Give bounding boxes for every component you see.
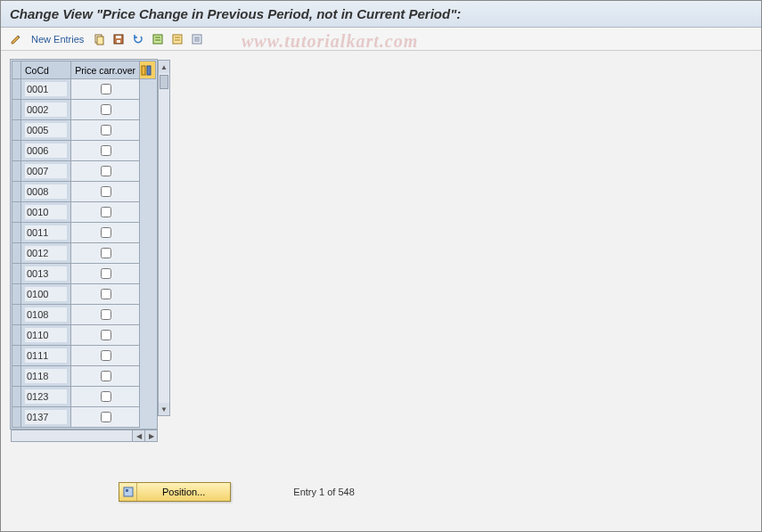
- cocd-input[interactable]: [25, 287, 67, 301]
- carryover-cell[interactable]: [71, 161, 140, 182]
- cocd-input[interactable]: [25, 266, 67, 281]
- horizontal-scrollbar[interactable]: ◀ ▶: [11, 430, 158, 442]
- scroll-left-icon[interactable]: ◀: [132, 430, 144, 441]
- carryover-cell[interactable]: [71, 100, 140, 120]
- carryover-cell[interactable]: [71, 79, 140, 100]
- cocd-cell[interactable]: [21, 264, 71, 284]
- scroll-track[interactable]: [159, 73, 169, 403]
- carryover-cell[interactable]: [71, 141, 140, 161]
- deselect-all-icon[interactable]: [169, 31, 185, 47]
- carryover-cell[interactable]: [71, 120, 140, 141]
- scroll-thumb[interactable]: [160, 75, 168, 89]
- new-entries-button[interactable]: New Entries: [28, 34, 87, 45]
- carryover-cell[interactable]: [71, 264, 140, 284]
- cocd-cell[interactable]: [21, 182, 71, 202]
- column-header-carryover[interactable]: Price carr.over: [71, 61, 140, 79]
- row-selector[interactable]: [12, 120, 21, 141]
- cocd-cell[interactable]: [21, 325, 71, 346]
- cocd-cell[interactable]: [21, 161, 71, 182]
- row-selector[interactable]: [12, 223, 21, 243]
- select-all-icon[interactable]: [150, 31, 166, 47]
- cocd-input[interactable]: [25, 328, 67, 342]
- row-selector[interactable]: [12, 407, 21, 428]
- carryover-checkbox[interactable]: [101, 391, 111, 402]
- cocd-cell[interactable]: [21, 346, 71, 366]
- row-selector[interactable]: [12, 264, 21, 284]
- cocd-input[interactable]: [25, 369, 67, 383]
- carryover-cell[interactable]: [71, 202, 140, 223]
- carryover-cell[interactable]: [71, 407, 140, 428]
- cocd-cell[interactable]: [21, 100, 71, 120]
- change-icon[interactable]: [8, 31, 24, 47]
- cocd-cell[interactable]: [21, 387, 71, 407]
- vertical-scrollbar[interactable]: ▲ ▼: [158, 60, 170, 416]
- row-selector[interactable]: [12, 161, 21, 182]
- carryover-checkbox[interactable]: [101, 289, 111, 299]
- cocd-input[interactable]: [25, 205, 67, 219]
- row-selector[interactable]: [12, 346, 21, 366]
- carryover-checkbox[interactable]: [101, 309, 111, 320]
- row-selector[interactable]: [12, 79, 21, 100]
- cocd-input[interactable]: [25, 82, 67, 96]
- carryover-checkbox[interactable]: [101, 371, 111, 381]
- carryover-checkbox[interactable]: [101, 125, 111, 135]
- cocd-cell[interactable]: [21, 79, 71, 100]
- row-selector[interactable]: [12, 366, 21, 387]
- cocd-cell[interactable]: [21, 284, 71, 305]
- scroll-up-icon[interactable]: ▲: [159, 61, 169, 73]
- config-icon[interactable]: [189, 31, 205, 47]
- carryover-cell[interactable]: [71, 284, 140, 305]
- carryover-checkbox[interactable]: [101, 207, 111, 217]
- copy-icon[interactable]: [91, 31, 107, 47]
- cocd-input[interactable]: [25, 102, 67, 117]
- row-selector[interactable]: [12, 387, 21, 407]
- cocd-input[interactable]: [25, 307, 67, 322]
- cocd-cell[interactable]: [21, 120, 71, 141]
- cocd-input[interactable]: [25, 143, 67, 158]
- carryover-cell[interactable]: [71, 325, 140, 346]
- cocd-input[interactable]: [25, 348, 67, 363]
- cocd-input[interactable]: [25, 389, 67, 404]
- carryover-checkbox[interactable]: [101, 166, 111, 176]
- cocd-input[interactable]: [25, 246, 67, 260]
- row-selector[interactable]: [12, 141, 21, 161]
- carryover-checkbox[interactable]: [101, 412, 111, 422]
- row-selector[interactable]: [12, 284, 21, 305]
- carryover-cell[interactable]: [71, 182, 140, 202]
- carryover-checkbox[interactable]: [101, 84, 111, 94]
- carryover-checkbox[interactable]: [101, 350, 111, 361]
- row-selector-header[interactable]: [12, 61, 21, 79]
- cocd-cell[interactable]: [21, 202, 71, 223]
- undo-icon[interactable]: [130, 31, 146, 47]
- carryover-checkbox[interactable]: [101, 330, 111, 340]
- row-selector[interactable]: [12, 202, 21, 223]
- cocd-cell[interactable]: [21, 223, 71, 243]
- cocd-input[interactable]: [25, 123, 67, 137]
- row-selector[interactable]: [12, 305, 21, 325]
- carryover-cell[interactable]: [71, 223, 140, 243]
- scroll-right-icon[interactable]: ▶: [144, 430, 157, 441]
- cocd-cell[interactable]: [21, 407, 71, 428]
- cocd-input[interactable]: [25, 225, 67, 240]
- save-icon[interactable]: [111, 31, 127, 47]
- cocd-cell[interactable]: [21, 141, 71, 161]
- carryover-cell[interactable]: [71, 346, 140, 366]
- cocd-input[interactable]: [25, 164, 67, 178]
- cocd-cell[interactable]: [21, 305, 71, 325]
- carryover-checkbox[interactable]: [101, 104, 111, 115]
- row-selector[interactable]: [12, 182, 21, 202]
- cocd-cell[interactable]: [21, 366, 71, 387]
- carryover-checkbox[interactable]: [101, 186, 111, 197]
- position-button[interactable]: Position...: [119, 482, 231, 502]
- scroll-down-icon[interactable]: ▼: [159, 403, 169, 415]
- carryover-cell[interactable]: [71, 305, 140, 325]
- table-settings-icon[interactable]: [140, 61, 156, 79]
- carryover-checkbox[interactable]: [101, 227, 111, 238]
- row-selector[interactable]: [12, 325, 21, 346]
- carryover-checkbox[interactable]: [101, 145, 111, 156]
- carryover-cell[interactable]: [71, 366, 140, 387]
- column-header-cocd[interactable]: CoCd: [21, 61, 71, 79]
- row-selector[interactable]: [12, 100, 21, 120]
- carryover-cell[interactable]: [71, 387, 140, 407]
- carryover-checkbox[interactable]: [101, 248, 111, 258]
